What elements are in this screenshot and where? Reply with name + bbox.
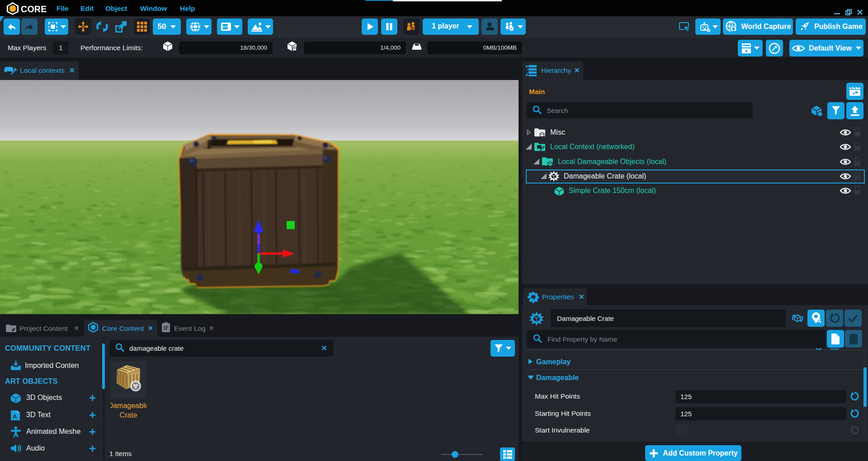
svg-text:A: A — [13, 413, 17, 420]
svg-text:CORE: CORE — [21, 4, 47, 14]
